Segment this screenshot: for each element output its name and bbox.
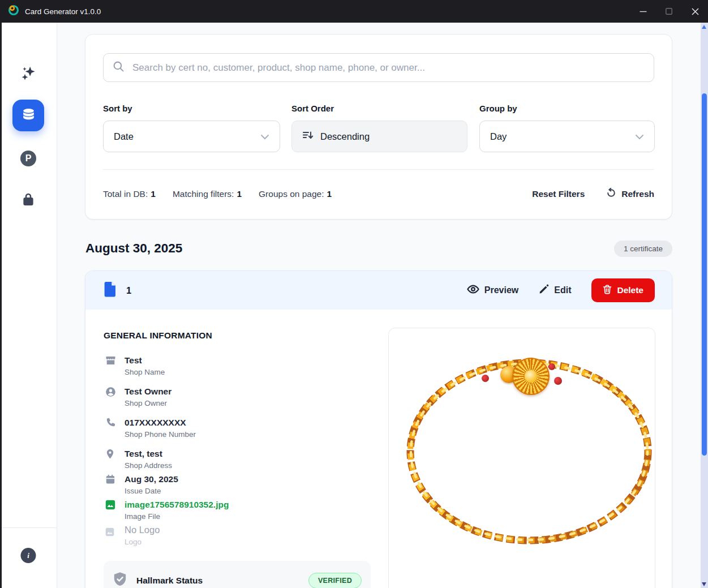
map-pin-icon xyxy=(105,448,116,471)
info-row-shop-address: Test, test Shop Address xyxy=(105,448,371,471)
field-value: Test Owner xyxy=(125,385,171,397)
sort-by-select[interactable]: Date xyxy=(103,121,280,152)
scroll-up-arrow-icon[interactable] xyxy=(702,25,706,29)
hallmark-panel: Hallmark Status VERIFIED xyxy=(104,561,371,588)
certificate-header: 1 Preview Edit xyxy=(85,271,672,310)
sort-by-value: Date xyxy=(114,131,134,142)
field-label: Shop Name xyxy=(125,367,165,377)
info-row-shop-owner: Test Owner Shop Owner xyxy=(105,385,371,409)
window-controls xyxy=(630,0,708,23)
field-label: Issue Date xyxy=(125,486,178,496)
reset-filters-button[interactable]: Reset Filters xyxy=(532,189,585,199)
info-button[interactable]: i xyxy=(21,548,36,563)
certificate-card: 1 Preview Edit xyxy=(85,271,672,588)
stat-groups: Groups on page:1 xyxy=(259,189,332,199)
clasp-red-accent xyxy=(548,363,555,370)
preview-button[interactable]: Preview xyxy=(467,284,518,297)
window-title: Card Generator v1.0.0 xyxy=(25,7,101,16)
maximize-button[interactable] xyxy=(656,0,682,23)
sort-order-label: Sort Order xyxy=(291,104,334,113)
image-file-link[interactable]: image1756578910352.jpg xyxy=(125,499,229,510)
group-by-select[interactable]: Day xyxy=(479,121,655,152)
shield-check-icon xyxy=(113,572,127,588)
sidebar-item-shop[interactable] xyxy=(20,193,36,209)
general-info-title: GENERAL INFORMATION xyxy=(104,331,212,341)
pencil-icon xyxy=(539,284,549,297)
sidebar: P i xyxy=(0,23,57,588)
search-input[interactable] xyxy=(131,62,645,74)
clasp-red-accent xyxy=(482,375,489,382)
edit-button[interactable]: Edit xyxy=(539,284,571,297)
field-label: Logo xyxy=(125,537,160,547)
stats-group: Total in DB:1 Matching filters:1 Groups … xyxy=(103,189,332,199)
certificate-actions: Preview Edit xyxy=(467,278,655,302)
field-value: Aug 30, 2025 xyxy=(125,473,178,485)
info-row-shop-name: Test Shop Name xyxy=(105,354,371,377)
info-row-issue-date: Aug 30, 2025 Issue Date xyxy=(105,473,371,496)
field-value: Test xyxy=(125,354,165,366)
group-header: August 30, 2025 1 certificate xyxy=(85,238,672,259)
sort-order-value: Descending xyxy=(320,131,370,142)
sparkles-icon xyxy=(20,65,37,84)
refresh-button[interactable]: Refresh xyxy=(606,188,654,200)
calendar-icon xyxy=(105,473,116,496)
scrollbar[interactable] xyxy=(701,23,708,588)
stat-matching: Matching filters:1 xyxy=(173,189,242,199)
info-row-image-file: image1756578910352.jpg Image File xyxy=(105,499,371,522)
phone-icon xyxy=(105,417,116,440)
field-value: Test, test xyxy=(125,448,172,460)
filters-card: Sort by Sort Order Group by Date Descend… xyxy=(85,34,672,220)
sidebar-item-generate[interactable] xyxy=(20,66,37,83)
stats-actions: Reset Filters Refresh xyxy=(532,188,654,200)
group-by-label: Group by xyxy=(479,104,517,113)
info-row-logo: No Logo Logo xyxy=(105,524,371,547)
field-value: No Logo xyxy=(125,524,160,536)
general-info-list: Test Shop Name Test Owner Shop Owner xyxy=(105,354,371,550)
user-icon xyxy=(105,385,116,409)
sidebar-divider xyxy=(0,527,57,528)
sort-order-button[interactable]: Descending xyxy=(291,121,467,152)
filters-divider xyxy=(103,169,654,170)
image-icon xyxy=(105,499,116,522)
sidebar-item-database[interactable] xyxy=(12,100,44,131)
field-label: Shop Phone Number xyxy=(125,430,196,440)
field-label: Shop Address xyxy=(125,461,172,471)
field-label: Shop Owner xyxy=(125,398,171,409)
sidebar-item-parking[interactable]: P xyxy=(20,151,36,166)
field-label: Image File xyxy=(125,512,229,522)
titlebar-left: Card Generator v1.0.0 xyxy=(0,5,101,18)
field-value: 017XXXXXXXX xyxy=(125,417,196,428)
clasp-red-accent xyxy=(554,377,562,385)
certificate-count-badge: 1 certificate xyxy=(614,241,672,257)
search-box xyxy=(103,53,654,82)
parking-icon: P xyxy=(25,153,32,164)
scrollbar-thumb[interactable] xyxy=(702,93,707,456)
search-icon xyxy=(113,61,125,75)
app-logo xyxy=(8,5,19,18)
minimize-button[interactable] xyxy=(630,0,656,23)
chevron-down-icon xyxy=(635,131,644,142)
titlebar: Card Generator v1.0.0 xyxy=(0,0,708,23)
database-icon xyxy=(21,107,36,125)
close-button[interactable] xyxy=(682,0,708,23)
group-date-title: August 30, 2025 xyxy=(85,241,182,256)
trash-icon xyxy=(603,285,612,297)
certificate-id: 1 xyxy=(104,281,131,299)
product-image xyxy=(388,328,655,588)
logo-placeholder-icon xyxy=(105,524,116,547)
group-by-value: Day xyxy=(490,131,507,142)
delete-button[interactable]: Delete xyxy=(591,278,655,302)
info-icon: i xyxy=(27,551,29,560)
sort-by-label: Sort by xyxy=(103,104,132,113)
file-icon xyxy=(104,281,117,299)
info-row-shop-phone: 017XXXXXXXX Shop Phone Number xyxy=(105,417,371,440)
shopping-bag-icon xyxy=(20,192,36,210)
sort-descending-icon xyxy=(302,130,314,143)
certificate-number: 1 xyxy=(126,285,131,296)
eye-icon xyxy=(467,284,479,297)
chevron-down-icon xyxy=(260,131,269,142)
storefront-icon xyxy=(105,354,116,377)
stat-total: Total in DB:1 xyxy=(103,189,156,199)
scroll-down-arrow-icon[interactable] xyxy=(702,582,706,586)
hallmark-title: Hallmark Status xyxy=(136,576,299,586)
